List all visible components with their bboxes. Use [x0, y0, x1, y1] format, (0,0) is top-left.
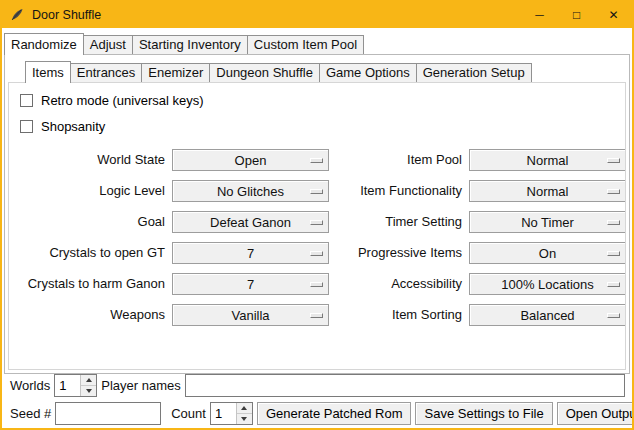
tab-dungeon-shuffle[interactable]: Dungeon Shuffle: [209, 63, 320, 82]
crystals-open-gt-label: Crystals to open GT: [15, 242, 165, 264]
dropdown-indicator-icon: [310, 158, 323, 163]
save-settings-button[interactable]: Save Settings to File: [415, 402, 552, 425]
tab-starting-inventory[interactable]: Starting Inventory: [132, 35, 248, 54]
retro-mode-label: Retro mode (universal keys): [41, 93, 204, 108]
bottom-bar: Worlds 1 Player names Seed # Count 1: [2, 374, 632, 430]
dropdown-indicator-icon: [607, 220, 620, 225]
logic-level-dropdown[interactable]: No Glitches: [172, 180, 329, 202]
weapons-dropdown[interactable]: Vanilla: [172, 304, 329, 326]
dropdown-value: Normal: [527, 184, 569, 199]
tab-adjust[interactable]: Adjust: [83, 35, 133, 54]
crystals-harm-ganon-dropdown[interactable]: 7: [172, 273, 329, 295]
spin-down-icon[interactable]: [237, 414, 252, 424]
worlds-label: Worlds: [10, 378, 50, 393]
generate-patched-rom-button[interactable]: Generate Patched Rom: [257, 402, 412, 425]
progressive-items-label: Progressive Items: [336, 242, 462, 264]
dropdown-value: On: [539, 246, 556, 261]
item-functionality-label: Item Functionality: [336, 180, 462, 202]
worlds-value: 1: [55, 375, 80, 396]
accessibility-dropdown[interactable]: 100% Locations: [469, 273, 626, 295]
dropdown-value: Defeat Ganon: [210, 215, 291, 230]
tab-randomize[interactable]: Randomize: [4, 33, 84, 55]
item-sorting-dropdown[interactable]: Balanced: [469, 304, 626, 326]
shopsanity-checkbox[interactable]: Shopsanity: [20, 118, 625, 135]
timer-setting-dropdown[interactable]: No Timer: [469, 211, 626, 233]
timer-setting-label: Timer Setting: [336, 211, 462, 233]
dropdown-value: 7: [247, 246, 254, 261]
dropdown-value: Balanced: [520, 308, 574, 323]
tab-generation-setup[interactable]: Generation Setup: [416, 63, 532, 82]
titlebar[interactable]: Door Shuffle ─ □ ✕: [2, 2, 632, 28]
dropdown-indicator-icon: [310, 220, 323, 225]
app-icon: [9, 7, 25, 23]
dropdown-indicator-icon: [607, 158, 620, 163]
dropdown-value: 7: [247, 277, 254, 292]
goal-label: Goal: [15, 211, 165, 233]
dropdown-indicator-icon: [310, 313, 323, 318]
item-pool-dropdown[interactable]: Normal: [469, 149, 626, 171]
dropdown-indicator-icon: [310, 251, 323, 256]
open-output-directory-button[interactable]: Open Output Directory: [557, 402, 634, 425]
seed-input[interactable]: [55, 402, 161, 425]
dropdown-indicator-icon: [607, 251, 620, 256]
count-label: Count: [171, 406, 206, 421]
tab-custom-item-pool[interactable]: Custom Item Pool: [247, 35, 364, 54]
tab-game-options[interactable]: Game Options: [319, 63, 417, 82]
tab-items[interactable]: Items: [25, 61, 71, 83]
world-state-label: World State: [15, 149, 165, 171]
retro-mode-checkbox[interactable]: Retro mode (universal keys): [20, 92, 625, 109]
weapons-label: Weapons: [15, 304, 165, 326]
dropdown-indicator-icon: [607, 282, 620, 287]
spinner-arrows: [80, 375, 96, 396]
dropdown-indicator-icon: [310, 189, 323, 194]
spinner-arrows: [236, 403, 252, 424]
count-value: 1: [211, 403, 236, 424]
worlds-spinbox[interactable]: 1: [54, 374, 97, 397]
maximize-button[interactable]: □: [558, 2, 595, 28]
spin-up-icon[interactable]: [237, 403, 252, 414]
player-names-label: Player names: [101, 378, 180, 393]
item-sorting-label: Item Sorting: [336, 304, 462, 326]
seed-row: Seed # Count 1 Generate Patched Rom Save…: [10, 402, 625, 425]
dropdown-indicator-icon: [607, 313, 620, 318]
randomize-pane: Items Entrances Enemizer Dungeon Shuffle…: [4, 54, 630, 374]
tab-enemizer[interactable]: Enemizer: [141, 63, 210, 82]
items-pane: Retro mode (universal keys) Shopsanity W…: [8, 82, 626, 370]
world-state-dropdown[interactable]: Open: [172, 149, 329, 171]
item-functionality-dropdown[interactable]: Normal: [469, 180, 626, 202]
top-tab-bar: Randomize Adjust Starting Inventory Cust…: [2, 33, 632, 54]
dropdown-indicator-icon: [607, 189, 620, 194]
dropdown-value: No Glitches: [217, 184, 284, 199]
close-button[interactable]: ✕: [595, 2, 632, 28]
crystals-open-gt-dropdown[interactable]: 7: [172, 242, 329, 264]
dropdown-indicator-icon: [310, 282, 323, 287]
spin-down-icon[interactable]: [81, 386, 96, 396]
dropdown-value: Normal: [527, 153, 569, 168]
worlds-row: Worlds 1 Player names: [10, 374, 625, 397]
player-names-input[interactable]: [185, 374, 625, 397]
goal-dropdown[interactable]: Defeat Ganon: [172, 211, 329, 233]
checkbox-icon: [20, 94, 33, 107]
spin-up-icon[interactable]: [81, 375, 96, 386]
sub-tab-bar: Items Entrances Enemizer Dungeon Shuffle…: [25, 60, 629, 82]
window-content: Randomize Adjust Starting Inventory Cust…: [2, 28, 632, 428]
item-pool-label: Item Pool: [336, 149, 462, 171]
window-controls: ─ □ ✕: [521, 2, 632, 28]
dropdown-value: Vanilla: [231, 308, 269, 323]
door-shuffle-window: Door Shuffle ─ □ ✕ Randomize Adjust Star…: [0, 0, 634, 430]
checkbox-icon: [20, 120, 33, 133]
count-spinbox[interactable]: 1: [210, 402, 253, 425]
tab-entrances[interactable]: Entrances: [70, 63, 143, 82]
shopsanity-label: Shopsanity: [41, 119, 105, 134]
logic-level-label: Logic Level: [15, 180, 165, 202]
seed-label: Seed #: [10, 406, 51, 421]
accessibility-label: Accessibility: [336, 273, 462, 295]
dropdown-value: 100% Locations: [501, 277, 594, 292]
progressive-items-dropdown[interactable]: On: [469, 242, 626, 264]
window-title: Door Shuffle: [32, 8, 101, 22]
dropdown-value: Open: [235, 153, 267, 168]
sub-tab-bar-wrap: Items Entrances Enemizer Dungeon Shuffle…: [5, 55, 629, 82]
dropdown-value: No Timer: [521, 215, 574, 230]
minimize-button[interactable]: ─: [521, 2, 558, 28]
crystals-harm-ganon-label: Crystals to harm Ganon: [15, 273, 165, 295]
